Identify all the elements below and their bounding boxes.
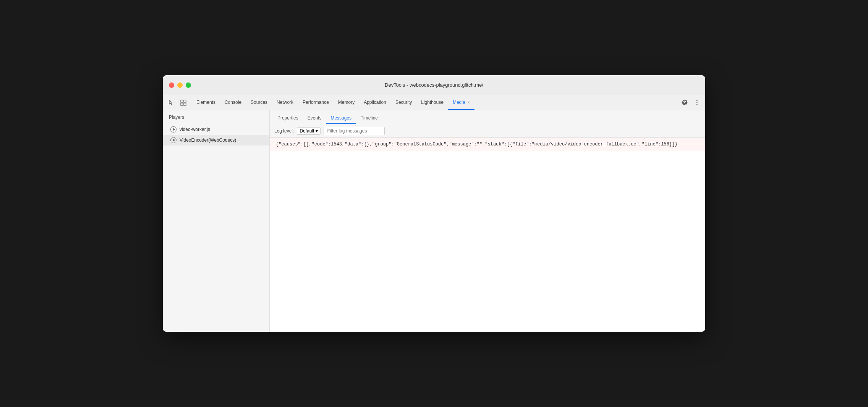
message-text: {"causes":[],"code":1543,"data":{},"grou… bbox=[276, 142, 677, 147]
traffic-lights bbox=[169, 82, 191, 88]
inspect-icon bbox=[180, 100, 186, 106]
panel-tabs: Properties Events Messages Timeline bbox=[270, 110, 705, 124]
sidebar-item-label-videoencoder: VideoEncoder(WebCodecs) bbox=[180, 137, 236, 143]
more-icon: ⋮ bbox=[694, 99, 700, 106]
sidebar-item-label-video-worker: video-worker.js bbox=[180, 127, 210, 132]
svg-rect-3 bbox=[184, 103, 186, 105]
messages-area: {"causes":[],"code":1543,"data":{},"grou… bbox=[270, 138, 705, 332]
devtools-navbar: Elements Console Sources Network Perform… bbox=[163, 95, 705, 110]
devtools-window: DevTools - webcodecs-playground.glitch.m… bbox=[163, 75, 705, 332]
tab-events[interactable]: Events bbox=[303, 110, 326, 124]
tab-sources[interactable]: Sources bbox=[246, 95, 272, 110]
main-content: Players video-worker.js VideoEncoder(Web… bbox=[163, 110, 705, 332]
sidebar: Players video-worker.js VideoEncoder(Web… bbox=[163, 110, 270, 332]
message-row: {"causes":[],"code":1543,"data":{},"grou… bbox=[270, 138, 705, 151]
tab-security[interactable]: Security bbox=[391, 95, 416, 110]
tab-timeline[interactable]: Timeline bbox=[356, 110, 382, 124]
tab-messages[interactable]: Messages bbox=[326, 110, 356, 124]
log-level-select[interactable]: Default ▾ bbox=[297, 127, 321, 135]
filter-input[interactable] bbox=[324, 127, 385, 135]
close-button[interactable] bbox=[169, 82, 174, 88]
svg-rect-0 bbox=[181, 100, 183, 102]
tab-console[interactable]: Console bbox=[220, 95, 246, 110]
play-icon-2 bbox=[170, 137, 177, 143]
inspect-icon-button[interactable] bbox=[178, 97, 189, 108]
settings-button[interactable] bbox=[679, 97, 690, 108]
minimize-button[interactable] bbox=[177, 82, 183, 88]
tab-performance[interactable]: Performance bbox=[298, 95, 334, 110]
tab-network[interactable]: Network bbox=[272, 95, 298, 110]
close-tab-icon[interactable]: × bbox=[468, 100, 470, 105]
tab-application[interactable]: Application bbox=[359, 95, 391, 110]
tab-elements[interactable]: Elements bbox=[192, 95, 220, 110]
nav-actions: ⋮ bbox=[679, 97, 702, 108]
tab-memory[interactable]: Memory bbox=[334, 95, 359, 110]
chevron-down-icon: ▾ bbox=[316, 128, 318, 134]
tab-properties[interactable]: Properties bbox=[273, 110, 303, 124]
nav-tabs-container: Elements Console Sources Network Perform… bbox=[192, 95, 679, 110]
cursor-icon-button[interactable] bbox=[166, 97, 177, 108]
nav-icons-group bbox=[166, 97, 189, 108]
log-level-label: Log level: bbox=[274, 128, 294, 134]
svg-rect-2 bbox=[181, 103, 183, 105]
play-icon bbox=[170, 126, 177, 132]
messages-toolbar: Log level: Default ▾ bbox=[270, 124, 705, 138]
cursor-icon bbox=[168, 100, 174, 106]
sidebar-item-videoencoder[interactable]: VideoEncoder(WebCodecs) bbox=[163, 135, 269, 145]
titlebar: DevTools - webcodecs-playground.glitch.m… bbox=[163, 75, 705, 95]
gear-icon bbox=[682, 100, 688, 106]
window-title: DevTools - webcodecs-playground.glitch.m… bbox=[385, 82, 483, 88]
svg-rect-1 bbox=[184, 100, 186, 102]
sidebar-header: Players bbox=[163, 110, 269, 124]
tab-lighthouse[interactable]: Lighthouse bbox=[416, 95, 448, 110]
right-panel: Properties Events Messages Timeline Log … bbox=[270, 110, 705, 332]
maximize-button[interactable] bbox=[186, 82, 191, 88]
sidebar-item-video-worker[interactable]: video-worker.js bbox=[163, 124, 269, 135]
tab-media[interactable]: Media × bbox=[448, 95, 474, 110]
more-options-button[interactable]: ⋮ bbox=[691, 97, 702, 108]
log-level-value: Default bbox=[300, 128, 314, 134]
